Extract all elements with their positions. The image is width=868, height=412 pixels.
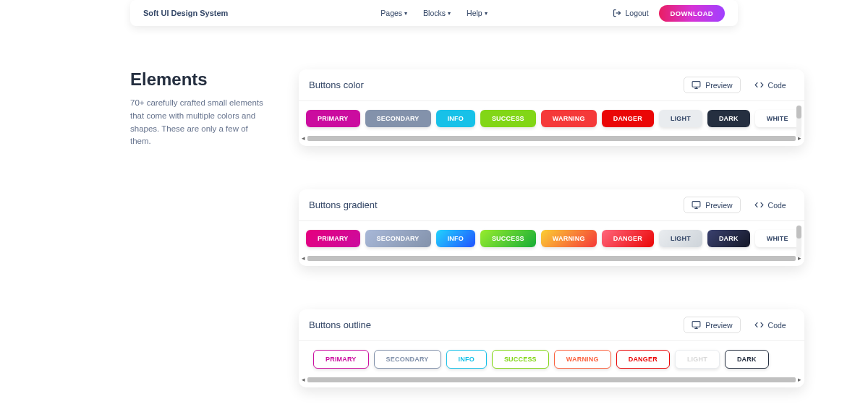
preview-button[interactable]: Preview — [684, 77, 740, 93]
card-body: PRIMARY SECONDARY INFO SUCCESS WARNING D… — [299, 101, 804, 146]
sidebar-info: Elements 70+ carefully crafted small ele… — [130, 69, 264, 387]
nav-pages[interactable]: Pages ▾ — [380, 9, 407, 17]
scroll-left-icon[interactable]: ◂ — [300, 376, 307, 383]
btn-danger[interactable]: DANGER — [602, 110, 654, 127]
btn-white[interactable]: WHITE — [755, 230, 800, 247]
btn-light[interactable]: LIGHT — [659, 230, 702, 247]
btn-dark[interactable]: DARK — [725, 350, 769, 369]
scrollbar-thumb[interactable] — [796, 226, 801, 239]
btn-warning[interactable]: WARNING — [541, 230, 597, 247]
section-buttons-color: Buttons color Preview Code PRIMARY SECON… — [299, 69, 804, 146]
btn-light[interactable]: LIGHT — [675, 350, 720, 369]
brand[interactable]: Soft UI Design System — [143, 9, 228, 17]
btn-primary[interactable]: PRIMARY — [313, 350, 369, 369]
card-body: PRIMARY SECONDARY INFO SUCCESS WARNING D… — [299, 221, 804, 266]
horizontal-scrollbar[interactable]: ◂ ▸ — [299, 253, 804, 262]
scroll-right-icon[interactable]: ▸ — [796, 376, 803, 383]
scroll-left-icon[interactable]: ◂ — [300, 134, 307, 142]
code-icon — [754, 80, 764, 90]
btn-success[interactable]: SUCCESS — [480, 110, 536, 127]
page-title: Elements — [130, 69, 264, 90]
chevron-down-icon: ▾ — [448, 10, 451, 17]
horizontal-scrollbar[interactable]: ◂ ▸ — [299, 133, 804, 142]
section-title: Buttons gradient — [309, 199, 378, 210]
btn-dark[interactable]: DARK — [707, 110, 750, 127]
vertical-scrollbar[interactable] — [796, 106, 801, 137]
scrollbar-track[interactable] — [307, 136, 796, 141]
nav-label: Blocks — [423, 9, 446, 17]
card-actions: Preview Code — [684, 197, 793, 213]
buttons-row: PRIMARY SECONDARY INFO SUCCESS WARNING D… — [299, 110, 804, 127]
section-title: Buttons outline — [309, 319, 371, 330]
btn-warning[interactable]: WARNING — [541, 110, 597, 127]
horizontal-scrollbar[interactable]: ◂ ▸ — [299, 374, 804, 383]
btn-danger[interactable]: DANGER — [616, 350, 670, 369]
monitor-icon — [692, 200, 701, 210]
scrollbar-track[interactable] — [307, 377, 796, 382]
card-body: PRIMARY SECONDARY INFO SUCCESS WARNING D… — [299, 341, 804, 387]
nav-label: Help — [467, 9, 482, 17]
btn-info[interactable]: INFO — [436, 110, 475, 127]
section-buttons-gradient: Buttons gradient Preview Code PRIMARY SE… — [299, 189, 804, 266]
preview-label: Preview — [705, 201, 732, 210]
code-button[interactable]: Code — [746, 197, 794, 213]
vertical-scrollbar[interactable] — [796, 226, 801, 257]
logout-icon — [613, 9, 621, 17]
preview-button[interactable]: Preview — [684, 317, 740, 333]
btn-white[interactable]: WHITE — [755, 110, 800, 127]
code-icon — [754, 200, 764, 210]
chevron-down-icon: ▾ — [485, 10, 488, 17]
monitor-icon — [692, 320, 701, 330]
btn-dark[interactable]: DARK — [707, 230, 750, 247]
svg-rect-4 — [692, 202, 700, 207]
code-button[interactable]: Code — [746, 317, 794, 333]
logout-label: Logout — [625, 9, 648, 17]
nav-right: Logout DOWNLOAD — [613, 5, 725, 22]
scroll-left-icon[interactable]: ◂ — [300, 254, 307, 262]
logout-button[interactable]: Logout — [613, 9, 648, 17]
scrollbar-thumb[interactable] — [796, 106, 801, 119]
sections-wrap: Buttons color Preview Code PRIMARY SECON… — [299, 69, 804, 387]
btn-info[interactable]: INFO — [446, 350, 487, 369]
btn-secondary[interactable]: SECONDARY — [374, 350, 441, 369]
nav-help[interactable]: Help ▾ — [467, 9, 488, 17]
btn-secondary[interactable]: SECONDARY — [365, 110, 431, 127]
buttons-row: PRIMARY SECONDARY INFO SUCCESS WARNING D… — [299, 230, 804, 247]
nav-center: Pages ▾ Blocks ▾ Help ▾ — [380, 9, 487, 17]
preview-label: Preview — [705, 81, 732, 90]
svg-rect-7 — [692, 322, 700, 327]
btn-light[interactable]: LIGHT — [659, 110, 702, 127]
chevron-down-icon: ▾ — [404, 10, 407, 17]
download-button[interactable]: DOWNLOAD — [659, 5, 725, 22]
btn-primary[interactable]: PRIMARY — [306, 230, 360, 247]
btn-warning[interactable]: WARNING — [554, 350, 611, 369]
navbar: Soft UI Design System Pages ▾ Blocks ▾ H… — [130, 0, 738, 26]
section-title: Buttons color — [309, 80, 364, 90]
btn-success[interactable]: SUCCESS — [492, 350, 549, 369]
btn-primary[interactable]: PRIMARY — [306, 110, 360, 127]
nav-label: Pages — [380, 9, 402, 17]
btn-success[interactable]: SUCCESS — [480, 230, 536, 247]
code-label: Code — [768, 321, 786, 330]
nav-blocks[interactable]: Blocks ▾ — [423, 9, 451, 17]
code-label: Code — [768, 201, 786, 210]
btn-info[interactable]: INFO — [436, 230, 475, 247]
buttons-row: PRIMARY SECONDARY INFO SUCCESS WARNING D… — [299, 350, 804, 369]
monitor-icon — [692, 80, 701, 90]
svg-rect-1 — [692, 82, 700, 87]
code-button[interactable]: Code — [746, 77, 794, 93]
scrollbar-track[interactable] — [307, 256, 796, 261]
preview-button[interactable]: Preview — [684, 197, 740, 213]
card-header: Buttons outline Preview Code — [299, 309, 804, 341]
card-header: Buttons color Preview Code — [299, 69, 804, 101]
btn-danger[interactable]: DANGER — [602, 230, 654, 247]
card-actions: Preview Code — [684, 317, 793, 333]
btn-secondary[interactable]: SECONDARY — [365, 230, 431, 247]
page-description: 70+ carefully crafted small elements tha… — [130, 97, 264, 148]
main-container: Elements 70+ carefully crafted small ele… — [130, 69, 738, 387]
card-actions: Preview Code — [684, 77, 793, 93]
section-buttons-outline: Buttons outline Preview Code PRIMARY SEC… — [299, 309, 804, 387]
code-label: Code — [768, 81, 786, 90]
card-header: Buttons gradient Preview Code — [299, 189, 804, 221]
preview-label: Preview — [705, 321, 732, 330]
